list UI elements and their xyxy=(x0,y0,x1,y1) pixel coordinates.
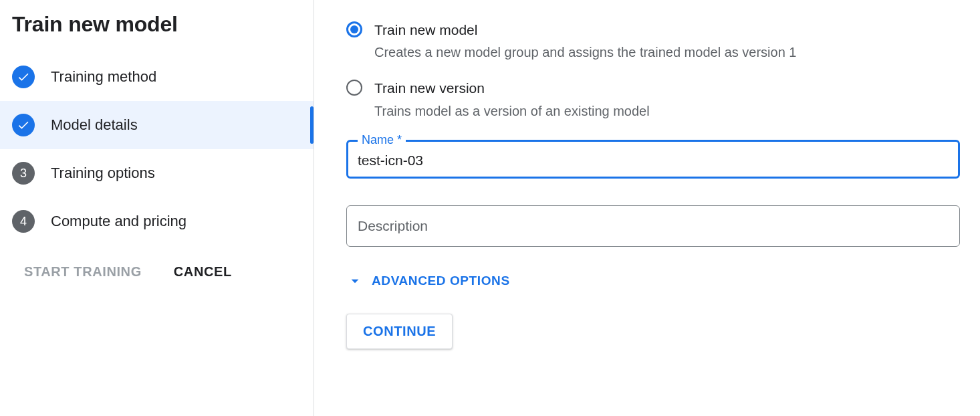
radio-train-new-model[interactable]: Train new model Creates a new model grou… xyxy=(346,20,960,62)
advanced-options-label: ADVANCED OPTIONS xyxy=(372,274,510,288)
chevron-down-icon xyxy=(346,272,364,290)
radio-text: Train new version Trains model as a vers… xyxy=(374,78,650,120)
radio-text: Train new model Creates a new model grou… xyxy=(374,20,796,62)
radio-icon xyxy=(346,80,362,96)
description-input[interactable] xyxy=(358,218,949,234)
cancel-button[interactable]: CANCEL xyxy=(174,264,232,280)
radio-icon xyxy=(346,21,362,37)
name-field-container[interactable]: Name * xyxy=(346,140,960,179)
check-icon xyxy=(12,114,35,136)
step-number-icon: 4 xyxy=(12,210,35,233)
radio-description: Trains model as a version of an existing… xyxy=(374,101,650,121)
sidebar-actions: START TRAINING CANCEL xyxy=(0,245,314,280)
continue-button[interactable]: CONTINUE xyxy=(346,314,453,349)
radio-label: Train new model xyxy=(374,20,796,39)
step-label: Model details xyxy=(51,116,138,134)
radio-description: Creates a new model group and assigns th… xyxy=(374,42,796,62)
start-training-button: START TRAINING xyxy=(24,264,142,280)
name-field-label: Name * xyxy=(358,133,406,147)
step-label: Training method xyxy=(51,68,156,86)
step-label: Compute and pricing xyxy=(51,213,187,230)
step-training-method[interactable]: Training method xyxy=(0,53,314,101)
training-type-radio-group: Train new model Creates a new model grou… xyxy=(346,20,960,121)
step-list: Training method Model details 3 Training… xyxy=(0,53,314,245)
page-title: Train new model xyxy=(0,12,314,53)
advanced-options-toggle[interactable]: ADVANCED OPTIONS xyxy=(346,272,960,290)
radio-label: Train new version xyxy=(374,78,650,98)
step-compute-and-pricing[interactable]: 4 Compute and pricing xyxy=(0,197,314,245)
description-field-container[interactable] xyxy=(346,205,960,247)
step-model-details[interactable]: Model details xyxy=(0,101,314,149)
sidebar: Train new model Training method Model de… xyxy=(0,0,314,416)
radio-train-new-version[interactable]: Train new version Trains model as a vers… xyxy=(346,78,960,120)
check-icon xyxy=(12,66,35,88)
step-number-icon: 3 xyxy=(12,162,35,185)
main-content: Train new model Creates a new model grou… xyxy=(314,0,980,416)
step-label: Training options xyxy=(51,165,155,182)
name-input[interactable] xyxy=(358,152,949,169)
step-training-options[interactable]: 3 Training options xyxy=(0,149,314,197)
